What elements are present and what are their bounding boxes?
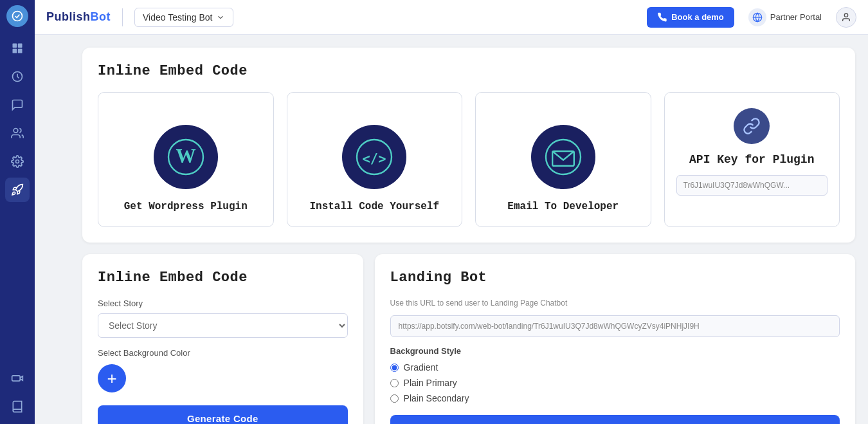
svg-point-6 xyxy=(14,129,18,133)
sidebar-item-book[interactable] xyxy=(5,394,30,419)
user-profile-button[interactable] xyxy=(836,7,856,28)
inline-embed-form-section: Inline Embed Code Select Story Select St… xyxy=(82,254,363,424)
inline-embed-top-section: Inline Embed Code W Get Wordpress Plugin xyxy=(82,48,855,243)
install-code-card[interactable]: </> Install Code Yourself xyxy=(287,92,463,227)
svg-point-0 xyxy=(13,12,23,21)
svg-text:</>: </> xyxy=(363,151,386,167)
book-demo-button[interactable]: Book a demo xyxy=(647,7,734,28)
svg-point-7 xyxy=(16,160,19,163)
landing-bot-description: Use this URL to send user to Landing Pag… xyxy=(390,299,840,308)
sidebar-item-rocket[interactable] xyxy=(5,178,30,202)
partner-portal-icon xyxy=(748,8,766,26)
sidebar-item-settings[interactable] xyxy=(5,149,30,174)
sidebar-logo[interactable] xyxy=(6,5,28,27)
bot-selector[interactable]: Video Testing Bot xyxy=(134,8,233,27)
svg-rect-3 xyxy=(13,49,17,53)
api-icon-circle xyxy=(734,108,770,144)
wordpress-icon-circle: W xyxy=(154,125,218,189)
radio-gradient-label: Gradient xyxy=(404,362,439,373)
api-key-card: API Key for Plugin document.querySelecto… xyxy=(664,92,840,227)
topbar: PublishBot Video Testing Bot Book a demo… xyxy=(35,0,868,35)
landing-bot-section: Landing Bot Use this URL to send user to… xyxy=(375,254,855,424)
sidebar-item-dashboard[interactable] xyxy=(5,36,30,60)
inline-embed-top-title: Inline Embed Code xyxy=(98,63,840,79)
email-card-label: Email To Developer xyxy=(507,201,619,212)
select-story-dropdown[interactable]: Select Story xyxy=(98,313,348,338)
radio-gradient[interactable]: Gradient xyxy=(390,362,840,373)
sidebar-item-video[interactable] xyxy=(5,366,30,391)
svg-point-16 xyxy=(546,140,581,174)
svg-text:W: W xyxy=(176,145,195,167)
book-demo-label: Book a demo xyxy=(671,12,724,22)
svg-rect-1 xyxy=(13,44,17,48)
sidebar-item-history[interactable] xyxy=(5,64,30,89)
radio-plain-secondary[interactable]: Plain Secondary xyxy=(390,393,840,403)
bottom-row: Inline Embed Code Select Story Select St… xyxy=(82,254,855,424)
email-card[interactable]: Email To Developer xyxy=(475,92,651,227)
landing-bot-title: Landing Bot xyxy=(390,270,840,286)
brand-logo: PublishBot xyxy=(46,10,111,24)
email-icon-circle xyxy=(531,125,595,189)
topbar-actions: Book a demo Partner Portal xyxy=(647,5,856,30)
embed-options-row: W Get Wordpress Plugin </> Install Code … xyxy=(98,92,840,227)
svg-rect-4 xyxy=(18,49,23,53)
svg-rect-2 xyxy=(18,44,23,48)
code-icon-circle: </> xyxy=(342,125,406,189)
add-color-button[interactable]: + xyxy=(98,364,126,392)
landing-url-input[interactable] xyxy=(390,315,840,337)
radio-plain-primary[interactable]: Plain Primary xyxy=(390,378,840,388)
topbar-divider xyxy=(122,8,123,26)
svg-point-11 xyxy=(844,14,847,17)
save-button[interactable]: Save xyxy=(390,415,840,424)
sidebar xyxy=(0,0,35,424)
chevron-down-icon xyxy=(216,13,225,22)
bg-style-radio-group: Gradient Plain Primary Plain Secondary xyxy=(390,362,840,403)
api-key-input[interactable] xyxy=(676,175,828,196)
install-code-card-label: Install Code Yourself xyxy=(309,201,439,212)
wordpress-card-label: Get Wordpress Plugin xyxy=(124,201,248,212)
bot-selector-label: Video Testing Bot xyxy=(143,12,212,23)
bg-style-label: Background Style xyxy=(390,346,840,356)
select-bg-label: Select Background Color xyxy=(98,348,348,358)
select-story-label: Select Story xyxy=(98,299,348,308)
radio-plain-secondary-label: Plain Secondary xyxy=(404,393,469,403)
inline-embed-form-title: Inline Embed Code xyxy=(98,270,348,286)
partner-portal-label: Partner Portal xyxy=(770,12,822,22)
generate-code-button[interactable]: Generate Code xyxy=(98,405,348,424)
svg-rect-8 xyxy=(12,376,21,381)
sidebar-item-chat[interactable] xyxy=(5,93,30,117)
sidebar-item-users[interactable] xyxy=(5,121,30,145)
radio-plain-primary-label: Plain Primary xyxy=(404,378,457,388)
api-card-title: API Key for Plugin xyxy=(689,153,814,166)
wordpress-card[interactable]: W Get Wordpress Plugin xyxy=(98,92,274,227)
main-content: Inline Embed Code W Get Wordpress Plugin xyxy=(69,35,868,424)
partner-portal-link[interactable]: Partner Portal xyxy=(742,5,828,30)
phone-icon xyxy=(657,12,667,23)
